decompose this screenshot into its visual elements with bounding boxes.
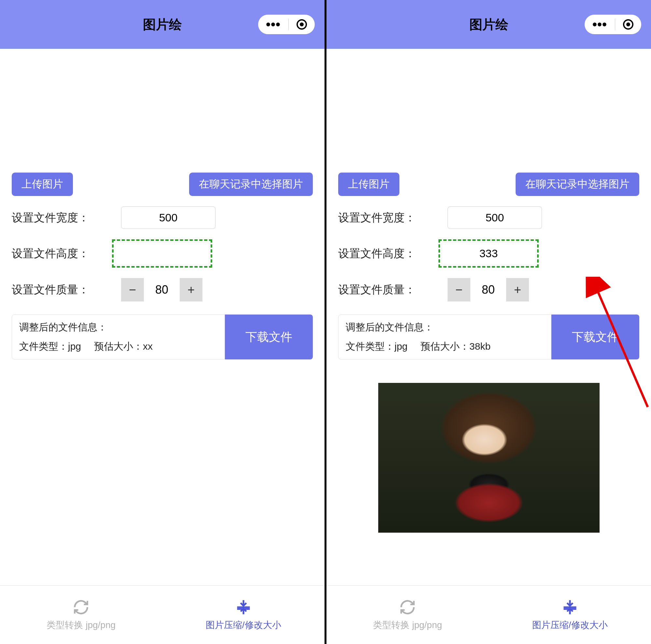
upload-button[interactable]: 上传图片 (12, 173, 73, 196)
download-button[interactable]: 下载文件 (551, 314, 639, 360)
file-info-row: 调整后的文件信息： 文件类型：jpg 预估大小：xx 下载文件 (12, 314, 313, 360)
width-label: 设置文件宽度： (12, 210, 116, 225)
height-input[interactable] (441, 242, 536, 265)
quality-label: 设置文件质量： (12, 282, 116, 297)
upload-button[interactable]: 上传图片 (338, 173, 399, 196)
quality-increment-button[interactable]: + (506, 278, 529, 302)
panel-before: 图片绘 ••• 上传图片 在聊天记录中选择图片 设置文件宽度： 设置文件高度： … (0, 0, 326, 644)
file-size: 预估大小：xx (94, 340, 153, 353)
height-row: 设置文件高度： (12, 239, 313, 268)
app-title: 图片绘 (143, 16, 182, 34)
quality-stepper: − + (447, 278, 529, 302)
upload-row: 上传图片 在聊天记录中选择图片 (12, 173, 313, 196)
file-info-box: 调整后的文件信息： 文件类型：jpg 预估大小：xx (12, 314, 225, 360)
app-title: 图片绘 (469, 16, 508, 34)
width-row: 设置文件宽度： (12, 207, 313, 229)
tab-compress[interactable]: 图片压缩/修改大小 (162, 586, 325, 644)
file-type: 文件类型：jpg (346, 340, 407, 353)
capsule-divider (288, 19, 289, 30)
tab-compress-label: 图片压缩/修改大小 (532, 619, 608, 631)
header: 图片绘 ••• (327, 0, 651, 49)
file-info-title: 调整后的文件信息： (19, 321, 217, 334)
height-input[interactable] (115, 242, 209, 265)
highlight-box (112, 239, 212, 268)
file-info-box: 调整后的文件信息： 文件类型：jpg 预估大小：38kb (338, 314, 551, 360)
capsule-divider (615, 19, 615, 30)
panel-after: 图片绘 ••• 上传图片 在聊天记录中选择图片 设置文件宽度： 设置文件高度： … (326, 0, 651, 644)
quality-label: 设置文件质量： (338, 282, 442, 297)
tabbar: 类型转换 jpg/png 图片压缩/修改大小 (327, 585, 651, 644)
file-info-details: 文件类型：jpg 预估大小：38kb (346, 340, 544, 353)
image-preview (378, 383, 599, 533)
file-info-title: 调整后的文件信息： (346, 321, 544, 334)
image-preview-wrap (338, 383, 639, 533)
tab-convert-label: 类型转换 jpg/png (46, 619, 116, 631)
width-input[interactable] (447, 207, 542, 229)
select-from-chat-button[interactable]: 在聊天记录中选择图片 (189, 173, 313, 196)
compress-icon (561, 599, 579, 616)
file-type: 文件类型：jpg (19, 340, 81, 353)
menu-icon[interactable]: ••• (266, 22, 281, 27)
tab-convert-label: 类型转换 jpg/png (373, 619, 442, 631)
tab-compress[interactable]: 图片压缩/修改大小 (489, 586, 651, 644)
header: 图片绘 ••• (0, 0, 324, 49)
height-row: 设置文件高度： (338, 239, 639, 268)
download-button[interactable]: 下载文件 (225, 314, 313, 360)
quality-decrement-button[interactable]: − (447, 278, 470, 302)
height-label: 设置文件高度： (338, 246, 442, 261)
file-size: 预估大小：38kb (421, 340, 491, 353)
tab-convert[interactable]: 类型转换 jpg/png (327, 586, 489, 644)
quality-stepper: − + (121, 278, 203, 302)
upload-row: 上传图片 在聊天记录中选择图片 (338, 173, 639, 196)
quality-value-input[interactable] (144, 278, 180, 302)
refresh-icon (399, 599, 416, 616)
miniprogram-capsule[interactable]: ••• (585, 14, 641, 34)
content-area: 上传图片 在聊天记录中选择图片 设置文件宽度： 设置文件高度： 设置文件质量： … (327, 49, 651, 585)
file-info-row: 调整后的文件信息： 文件类型：jpg 预估大小：38kb 下载文件 (338, 314, 639, 360)
refresh-icon (72, 599, 90, 616)
file-info-details: 文件类型：jpg 预估大小：xx (19, 340, 217, 353)
tabbar: 类型转换 jpg/png 图片压缩/修改大小 (0, 585, 324, 644)
tab-compress-label: 图片压缩/修改大小 (206, 619, 281, 631)
menu-icon[interactable]: ••• (592, 22, 607, 27)
compress-icon (235, 599, 252, 616)
height-label: 设置文件高度： (12, 246, 116, 261)
quality-row: 设置文件质量： − + (338, 278, 639, 302)
select-from-chat-button[interactable]: 在聊天记录中选择图片 (516, 173, 639, 196)
close-target-icon[interactable] (297, 19, 307, 30)
miniprogram-capsule[interactable]: ••• (258, 14, 315, 34)
quality-value-input[interactable] (470, 278, 506, 302)
tab-convert[interactable]: 类型转换 jpg/png (0, 586, 162, 644)
content-area: 上传图片 在聊天记录中选择图片 设置文件宽度： 设置文件高度： 设置文件质量： … (0, 49, 324, 585)
highlight-box (438, 239, 539, 268)
quality-increment-button[interactable]: + (180, 278, 203, 302)
width-label: 设置文件宽度： (338, 210, 442, 225)
quality-row: 设置文件质量： − + (12, 278, 313, 302)
width-row: 设置文件宽度： (338, 207, 639, 229)
width-input[interactable] (121, 207, 215, 229)
quality-decrement-button[interactable]: − (121, 278, 144, 302)
close-target-icon[interactable] (623, 19, 633, 30)
